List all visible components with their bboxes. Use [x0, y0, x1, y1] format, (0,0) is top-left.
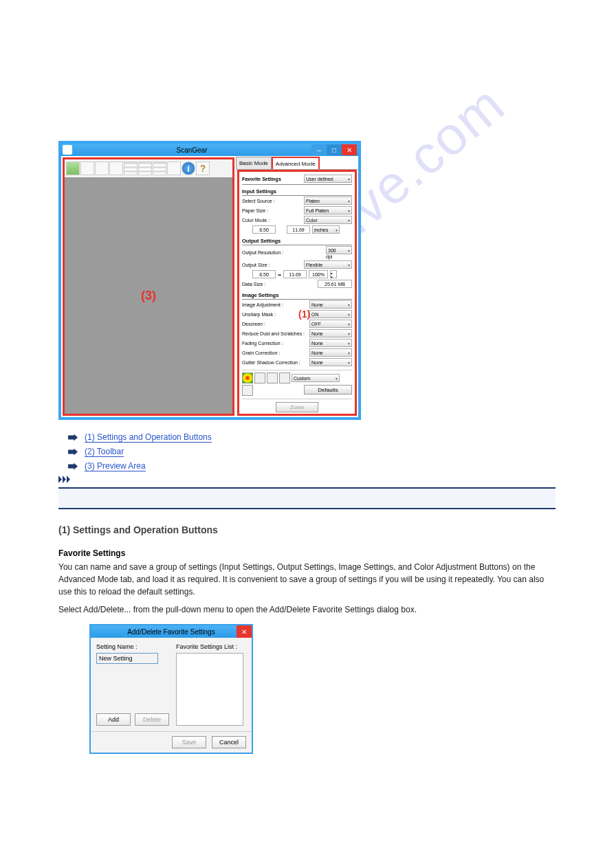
setting-name-input[interactable]: New Setting	[96, 653, 158, 664]
custom-select[interactable]: Custom▾	[292, 374, 340, 382]
reduce-dust[interactable]: None▾	[309, 329, 352, 337]
unsharp-mask[interactable]: ON▾	[309, 310, 352, 318]
cancel-button[interactable]: Cancel	[212, 736, 246, 748]
saturation-icon[interactable]	[242, 372, 253, 383]
rotate-icon[interactable]	[109, 162, 123, 175]
annotation-1: (1)	[298, 309, 310, 320]
output-settings-header: Output Settings	[242, 236, 352, 245]
percent-stepper[interactable]: ▴▾	[330, 270, 337, 278]
link-settings-buttons[interactable]: (1) Settings and Operation Buttons	[85, 432, 212, 443]
preview-button[interactable]: Preview	[242, 415, 296, 416]
grid3-icon[interactable]	[153, 162, 166, 175]
descreen[interactable]: OFF▾	[309, 320, 352, 328]
defaults-button[interactable]: Defaults	[304, 385, 352, 394]
grid2-icon[interactable]	[138, 162, 152, 175]
grain-label: Grain Correction :	[242, 350, 309, 355]
titlebar: ScanGear – □ ✕	[61, 144, 358, 156]
input-height[interactable]: 11.69	[287, 225, 310, 234]
output-res-label: Output Resolution :	[242, 250, 326, 255]
window-title: ScanGear	[72, 146, 311, 154]
settings-panel: Favorite Settings User defined▾ Input Se…	[237, 170, 357, 416]
gutter-shadow[interactable]: None▾	[309, 358, 352, 366]
image-adj-label: Image Adjustment :	[242, 302, 309, 307]
crop-icon[interactable]	[95, 162, 109, 175]
favorite-settings-select[interactable]: User defined▾	[304, 175, 352, 183]
dpi-label: dpi	[326, 254, 332, 259]
toolbar: i ?	[65, 159, 232, 177]
maximize-button[interactable]: □	[327, 144, 342, 155]
dust-label: Reduce Dust and Scratches :	[242, 331, 309, 336]
descreen-label: Descreen :	[242, 322, 309, 326]
preview-area[interactable]: (3)	[65, 177, 232, 414]
color-mode[interactable]: Color▾	[304, 216, 352, 224]
arrow-icon	[68, 463, 78, 470]
output-width[interactable]: 8.50	[252, 270, 276, 278]
add-button[interactable]: Add	[96, 713, 131, 726]
dialog-titlebar: Add/Delete Favorite Settings ✕	[91, 625, 252, 638]
app-icon	[63, 145, 72, 155]
section-links: (1) Settings and Operation Buttons (2) T…	[68, 432, 556, 471]
data-size-label: Data Size :	[242, 282, 318, 287]
fading-label: Fading Correction :	[242, 341, 309, 346]
output-res[interactable]: 300▾	[326, 246, 352, 254]
zoom-button[interactable]: Zoom	[276, 402, 318, 412]
final-review-icon[interactable]	[242, 385, 253, 396]
right-panel: Basic Mode Advanced Mode Favorite Settin…	[236, 156, 358, 417]
input-settings-header: Input Settings	[242, 187, 352, 196]
close-button[interactable]: ✕	[342, 144, 357, 155]
dialog-title: Add/Delete Favorite Settings	[127, 628, 215, 636]
help-icon[interactable]: ?	[196, 162, 210, 175]
paper-size[interactable]: Full Platen▾	[304, 206, 352, 214]
tab-advanced-mode[interactable]: Advanced Mode	[272, 157, 320, 169]
output-height[interactable]: 11.69	[283, 270, 307, 278]
data-size-value: 25.61 MB	[318, 280, 352, 288]
fading-correction[interactable]: None▾	[309, 339, 352, 347]
scangear-window: ScanGear – □ ✕ (2) i ?	[58, 141, 361, 420]
output-percent[interactable]: 100%	[309, 270, 328, 278]
delete-button[interactable]: Delete	[135, 713, 169, 726]
frame-icon[interactable]	[167, 162, 181, 175]
favorite-settings-description: You can name and save a group of setting…	[58, 561, 556, 598]
favorite-list-label: Favorite Settings List :	[176, 643, 243, 650]
lock2-icon[interactable]	[242, 271, 250, 278]
arrow-icon	[68, 434, 78, 441]
note-box	[58, 487, 556, 509]
grid-icon[interactable]	[124, 162, 138, 175]
add-delete-favorites-dialog: Add/Delete Favorite Settings ✕ Setting N…	[89, 624, 253, 754]
setting-name-label: Setting Name :	[96, 643, 169, 650]
link-toolbar[interactable]: (2) Toolbar	[85, 447, 124, 457]
tool-icon[interactable]	[80, 162, 94, 175]
minimize-button[interactable]: –	[311, 144, 327, 155]
image-settings-header: Image Settings	[242, 291, 352, 300]
color-mode-label: Color Mode :	[242, 218, 304, 223]
lock-icon[interactable]	[242, 226, 250, 233]
swap-icon[interactable]	[278, 227, 285, 232]
input-width[interactable]: 8.50	[252, 225, 276, 234]
grain-correction[interactable]: None▾	[309, 348, 352, 357]
note-icon	[58, 476, 556, 485]
tab-basic-mode[interactable]: Basic Mode	[236, 157, 272, 169]
select-source[interactable]: Platen▾	[304, 197, 352, 205]
tone-curve-icon[interactable]	[279, 372, 290, 383]
annotation-3: (3)	[141, 289, 156, 303]
thumbnail-icon[interactable]	[66, 162, 80, 175]
dialog-close-button[interactable]: ✕	[237, 625, 252, 638]
tab-bar: Basic Mode Advanced Mode	[236, 156, 358, 170]
favorite-settings-list[interactable]	[176, 653, 243, 726]
favorite-settings-description-2: Select Add/Delete... from the pull-down …	[58, 603, 556, 616]
save-button[interactable]: Save	[172, 736, 206, 748]
arrow-icon	[68, 449, 78, 456]
info-icon[interactable]: i	[182, 162, 195, 175]
output-size[interactable]: Flexible▾	[304, 260, 352, 269]
link-preview-area[interactable]: (3) Preview Area	[85, 461, 146, 471]
paper-size-label: Paper Size :	[242, 208, 304, 213]
input-units[interactable]: inches▾	[312, 225, 340, 234]
brightness-icon[interactable]	[254, 372, 265, 383]
favorite-settings-label: Favorite Settings	[242, 177, 281, 181]
histogram-icon[interactable]	[267, 372, 278, 383]
left-panel: i ? (3)	[63, 157, 234, 416]
scan-button[interactable]: Scan	[298, 415, 352, 416]
gutter-label: Gutter Shadow Correction :	[242, 360, 309, 365]
image-adj[interactable]: None▾	[309, 300, 352, 309]
select-source-label: Select Source :	[242, 199, 304, 203]
